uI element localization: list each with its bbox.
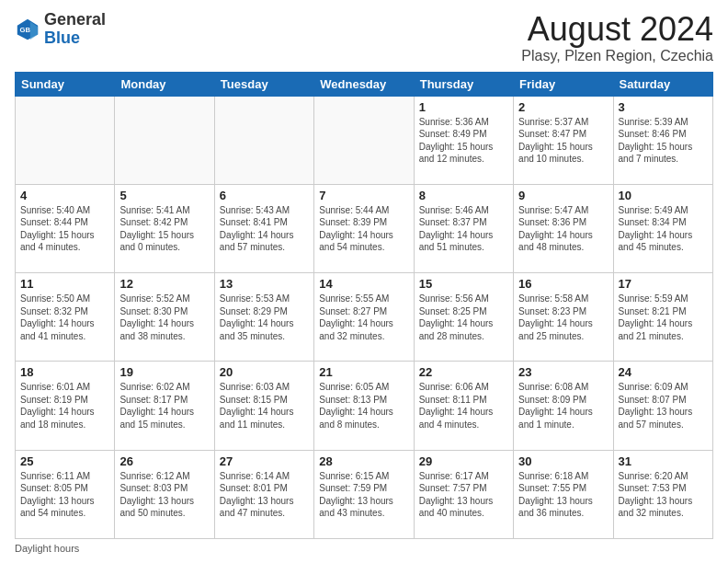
day-info: Sunrise: 5:37 AM Sunset: 8:47 PM Dayligh… [518,116,608,166]
day-number: 4 [20,189,109,202]
calendar-day-cell: 8Sunrise: 5:46 AM Sunset: 8:37 PM Daylig… [414,184,513,272]
day-info: Sunrise: 6:03 AM Sunset: 8:15 PM Dayligh… [220,381,309,431]
day-number: 1 [419,100,508,114]
calendar-day-cell: 5Sunrise: 5:41 AM Sunset: 8:42 PM Daylig… [115,184,214,272]
day-info: Sunrise: 5:40 AM Sunset: 8:44 PM Dayligh… [20,204,109,254]
location-subtitle: Plasy, Plzen Region, Czechia [521,48,713,64]
calendar-day-cell: 14Sunrise: 5:55 AM Sunset: 8:27 PM Dayli… [314,273,414,362]
day-info: Sunrise: 6:02 AM Sunset: 8:17 PM Dayligh… [119,381,209,431]
svg-text:GB: GB [20,26,31,34]
day-number: 10 [619,189,708,202]
day-info: Sunrise: 5:59 AM Sunset: 8:21 PM Dayligh… [619,293,708,342]
day-number: 23 [518,365,608,379]
header: GB General Blue August 2024 Plasy, Plzen… [15,11,713,64]
calendar-day-cell: 21Sunrise: 6:05 AM Sunset: 8:13 PM Dayli… [314,362,414,450]
calendar-day-cell: 11Sunrise: 5:50 AM Sunset: 8:32 PM Dayli… [16,273,115,362]
day-info: Sunrise: 6:18 AM Sunset: 7:55 PM Dayligh… [518,470,608,520]
day-info: Sunrise: 5:55 AM Sunset: 8:27 PM Dayligh… [319,293,408,342]
calendar-day-cell [214,96,313,184]
calendar-day-cell: 12Sunrise: 5:52 AM Sunset: 8:30 PM Dayli… [115,273,214,362]
calendar-day-cell: 29Sunrise: 6:17 AM Sunset: 7:57 PM Dayli… [414,450,513,538]
calendar-day-header: Monday [115,72,214,96]
day-number: 20 [220,365,309,379]
calendar-day-header: Sunday [16,72,115,96]
day-info: Sunrise: 6:11 AM Sunset: 8:05 PM Dayligh… [20,470,109,520]
calendar-day-cell: 26Sunrise: 6:12 AM Sunset: 8:03 PM Dayli… [115,450,214,538]
calendar-day-cell: 4Sunrise: 5:40 AM Sunset: 8:44 PM Daylig… [16,184,115,272]
day-info: Sunrise: 6:12 AM Sunset: 8:03 PM Dayligh… [119,470,209,520]
calendar-day-cell: 30Sunrise: 6:18 AM Sunset: 7:55 PM Dayli… [514,450,613,538]
day-number: 15 [419,277,508,291]
day-number: 22 [419,365,508,379]
calendar-day-cell: 19Sunrise: 6:02 AM Sunset: 8:17 PM Dayli… [115,362,214,450]
day-number: 11 [20,277,109,291]
calendar-day-cell: 16Sunrise: 5:58 AM Sunset: 8:23 PM Dayli… [514,273,613,362]
day-number: 21 [319,365,408,379]
day-number: 13 [220,277,309,291]
day-info: Sunrise: 5:47 AM Sunset: 8:36 PM Dayligh… [518,204,608,254]
day-info: Sunrise: 5:44 AM Sunset: 8:39 PM Dayligh… [319,204,408,254]
day-number: 27 [220,454,309,468]
calendar-day-cell: 3Sunrise: 5:39 AM Sunset: 8:46 PM Daylig… [613,96,712,184]
svg-marker-1 [30,21,38,40]
day-info: Sunrise: 5:52 AM Sunset: 8:30 PM Dayligh… [119,293,209,342]
day-number: 9 [518,189,608,202]
calendar-day-cell: 20Sunrise: 6:03 AM Sunset: 8:15 PM Dayli… [214,362,313,450]
day-number: 30 [518,454,608,468]
day-info: Sunrise: 5:43 AM Sunset: 8:41 PM Dayligh… [220,204,309,254]
day-info: Sunrise: 6:09 AM Sunset: 8:07 PM Dayligh… [619,381,708,431]
calendar-day-cell: 31Sunrise: 6:20 AM Sunset: 7:53 PM Dayli… [613,450,712,538]
day-number: 29 [419,454,508,468]
logo-general: General [44,10,106,29]
calendar-day-cell: 24Sunrise: 6:09 AM Sunset: 8:07 PM Dayli… [613,362,712,450]
calendar-day-cell: 27Sunrise: 6:14 AM Sunset: 8:01 PM Dayli… [214,450,313,538]
logo-blue: Blue [44,29,80,47]
day-number: 24 [619,365,708,379]
day-number: 26 [119,454,209,468]
day-number: 2 [518,100,608,114]
calendar-day-cell: 9Sunrise: 5:47 AM Sunset: 8:36 PM Daylig… [514,184,613,272]
page: GB General Blue August 2024 Plasy, Plzen… [0,0,728,563]
calendar-day-cell: 13Sunrise: 5:53 AM Sunset: 8:29 PM Dayli… [214,273,313,362]
calendar-day-cell: 22Sunrise: 6:06 AM Sunset: 8:11 PM Dayli… [414,362,513,450]
calendar-day-header: Friday [514,72,613,96]
day-info: Sunrise: 5:46 AM Sunset: 8:37 PM Dayligh… [419,204,508,254]
title-section: August 2024 Plasy, Plzen Region, Czechia [521,11,713,64]
day-info: Sunrise: 5:56 AM Sunset: 8:25 PM Dayligh… [419,293,508,342]
calendar-day-cell: 2Sunrise: 5:37 AM Sunset: 8:47 PM Daylig… [514,96,613,184]
calendar-day-header: Wednesday [314,72,414,96]
day-number: 19 [119,365,209,379]
calendar-week-row: 11Sunrise: 5:50 AM Sunset: 8:32 PM Dayli… [16,273,713,362]
calendar-day-cell: 17Sunrise: 5:59 AM Sunset: 8:21 PM Dayli… [613,273,712,362]
day-info: Sunrise: 6:01 AM Sunset: 8:19 PM Dayligh… [20,381,109,431]
day-info: Sunrise: 6:15 AM Sunset: 7:59 PM Dayligh… [319,470,408,520]
day-info: Sunrise: 5:36 AM Sunset: 8:49 PM Dayligh… [419,116,508,166]
calendar-day-cell: 15Sunrise: 5:56 AM Sunset: 8:25 PM Dayli… [414,273,513,362]
calendar-day-cell: 18Sunrise: 6:01 AM Sunset: 8:19 PM Dayli… [16,362,115,450]
month-title: August 2024 [521,11,713,48]
calendar-day-cell: 23Sunrise: 6:08 AM Sunset: 8:09 PM Dayli… [514,362,613,450]
calendar-day-cell: 25Sunrise: 6:11 AM Sunset: 8:05 PM Dayli… [16,450,115,538]
day-number: 3 [619,100,708,114]
day-info: Sunrise: 6:17 AM Sunset: 7:57 PM Dayligh… [419,470,508,520]
calendar-week-row: 1Sunrise: 5:36 AM Sunset: 8:49 PM Daylig… [16,96,713,184]
calendar-day-cell: 6Sunrise: 5:43 AM Sunset: 8:41 PM Daylig… [214,184,313,272]
day-number: 25 [20,454,109,468]
day-info: Sunrise: 6:08 AM Sunset: 8:09 PM Dayligh… [518,381,608,431]
calendar-day-cell: 10Sunrise: 5:49 AM Sunset: 8:34 PM Dayli… [613,184,712,272]
day-number: 18 [20,365,109,379]
daylight-hours-label: Daylight hours [15,543,79,554]
logo-icon: GB [15,17,40,42]
day-number: 8 [419,189,508,202]
day-number: 28 [319,454,408,468]
logo: GB General Blue [15,11,106,48]
day-info: Sunrise: 6:05 AM Sunset: 8:13 PM Dayligh… [319,381,408,431]
calendar-week-row: 25Sunrise: 6:11 AM Sunset: 8:05 PM Dayli… [16,450,713,538]
day-info: Sunrise: 5:50 AM Sunset: 8:32 PM Dayligh… [20,293,109,342]
calendar-day-cell [115,96,214,184]
footer-note: Daylight hours [15,543,713,554]
calendar-header-row: SundayMondayTuesdayWednesdayThursdayFrid… [16,72,713,96]
day-number: 16 [518,277,608,291]
day-info: Sunrise: 5:53 AM Sunset: 8:29 PM Dayligh… [220,293,309,342]
calendar-table: SundayMondayTuesdayWednesdayThursdayFrid… [15,72,713,539]
